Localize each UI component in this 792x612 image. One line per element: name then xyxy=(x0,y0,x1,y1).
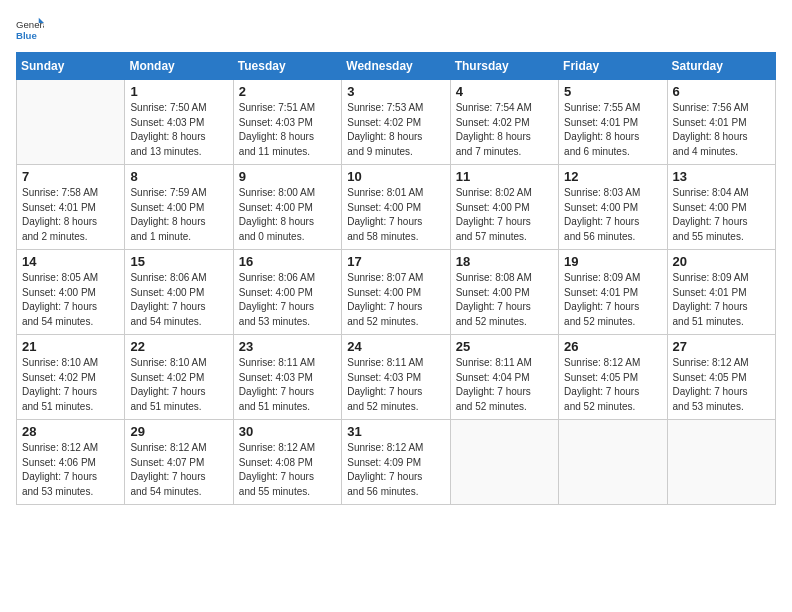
day-number: 27 xyxy=(673,339,770,354)
calendar-cell xyxy=(450,420,558,505)
calendar-cell: 9Sunrise: 8:00 AM Sunset: 4:00 PM Daylig… xyxy=(233,165,341,250)
day-number: 14 xyxy=(22,254,119,269)
day-number: 15 xyxy=(130,254,227,269)
calendar-cell: 22Sunrise: 8:10 AM Sunset: 4:02 PM Dayli… xyxy=(125,335,233,420)
day-number: 19 xyxy=(564,254,661,269)
day-number: 16 xyxy=(239,254,336,269)
calendar-cell: 11Sunrise: 8:02 AM Sunset: 4:00 PM Dayli… xyxy=(450,165,558,250)
day-info: Sunrise: 7:59 AM Sunset: 4:00 PM Dayligh… xyxy=(130,186,227,244)
calendar-week-4: 28Sunrise: 8:12 AM Sunset: 4:06 PM Dayli… xyxy=(17,420,776,505)
calendar-week-2: 14Sunrise: 8:05 AM Sunset: 4:00 PM Dayli… xyxy=(17,250,776,335)
calendar-cell: 19Sunrise: 8:09 AM Sunset: 4:01 PM Dayli… xyxy=(559,250,667,335)
day-number: 12 xyxy=(564,169,661,184)
day-info: Sunrise: 7:56 AM Sunset: 4:01 PM Dayligh… xyxy=(673,101,770,159)
calendar-cell: 17Sunrise: 8:07 AM Sunset: 4:00 PM Dayli… xyxy=(342,250,450,335)
day-info: Sunrise: 8:10 AM Sunset: 4:02 PM Dayligh… xyxy=(22,356,119,414)
day-number: 28 xyxy=(22,424,119,439)
calendar-cell: 29Sunrise: 8:12 AM Sunset: 4:07 PM Dayli… xyxy=(125,420,233,505)
day-info: Sunrise: 8:12 AM Sunset: 4:09 PM Dayligh… xyxy=(347,441,444,499)
day-info: Sunrise: 8:12 AM Sunset: 4:08 PM Dayligh… xyxy=(239,441,336,499)
day-info: Sunrise: 8:00 AM Sunset: 4:00 PM Dayligh… xyxy=(239,186,336,244)
page-header: General Blue xyxy=(16,16,776,44)
logo: General Blue xyxy=(16,16,44,44)
day-number: 4 xyxy=(456,84,553,99)
calendar-cell: 27Sunrise: 8:12 AM Sunset: 4:05 PM Dayli… xyxy=(667,335,775,420)
day-info: Sunrise: 8:04 AM Sunset: 4:00 PM Dayligh… xyxy=(673,186,770,244)
calendar-cell xyxy=(667,420,775,505)
calendar-cell: 14Sunrise: 8:05 AM Sunset: 4:00 PM Dayli… xyxy=(17,250,125,335)
day-number: 29 xyxy=(130,424,227,439)
calendar-cell: 1Sunrise: 7:50 AM Sunset: 4:03 PM Daylig… xyxy=(125,80,233,165)
day-info: Sunrise: 8:11 AM Sunset: 4:03 PM Dayligh… xyxy=(347,356,444,414)
day-info: Sunrise: 8:12 AM Sunset: 4:06 PM Dayligh… xyxy=(22,441,119,499)
day-info: Sunrise: 8:09 AM Sunset: 4:01 PM Dayligh… xyxy=(564,271,661,329)
calendar-cell: 15Sunrise: 8:06 AM Sunset: 4:00 PM Dayli… xyxy=(125,250,233,335)
day-number: 20 xyxy=(673,254,770,269)
calendar-cell xyxy=(17,80,125,165)
day-info: Sunrise: 7:55 AM Sunset: 4:01 PM Dayligh… xyxy=(564,101,661,159)
calendar-cell: 24Sunrise: 8:11 AM Sunset: 4:03 PM Dayli… xyxy=(342,335,450,420)
day-info: Sunrise: 7:58 AM Sunset: 4:01 PM Dayligh… xyxy=(22,186,119,244)
col-header-tuesday: Tuesday xyxy=(233,53,341,80)
day-number: 23 xyxy=(239,339,336,354)
day-info: Sunrise: 8:02 AM Sunset: 4:00 PM Dayligh… xyxy=(456,186,553,244)
day-info: Sunrise: 7:54 AM Sunset: 4:02 PM Dayligh… xyxy=(456,101,553,159)
calendar-header-row: SundayMondayTuesdayWednesdayThursdayFrid… xyxy=(17,53,776,80)
svg-text:Blue: Blue xyxy=(16,30,37,41)
day-info: Sunrise: 8:09 AM Sunset: 4:01 PM Dayligh… xyxy=(673,271,770,329)
calendar-table: SundayMondayTuesdayWednesdayThursdayFrid… xyxy=(16,52,776,505)
calendar-cell: 21Sunrise: 8:10 AM Sunset: 4:02 PM Dayli… xyxy=(17,335,125,420)
day-info: Sunrise: 8:12 AM Sunset: 4:07 PM Dayligh… xyxy=(130,441,227,499)
col-header-sunday: Sunday xyxy=(17,53,125,80)
day-number: 25 xyxy=(456,339,553,354)
day-number: 17 xyxy=(347,254,444,269)
calendar-week-3: 21Sunrise: 8:10 AM Sunset: 4:02 PM Dayli… xyxy=(17,335,776,420)
calendar-cell: 23Sunrise: 8:11 AM Sunset: 4:03 PM Dayli… xyxy=(233,335,341,420)
col-header-saturday: Saturday xyxy=(667,53,775,80)
day-info: Sunrise: 8:12 AM Sunset: 4:05 PM Dayligh… xyxy=(673,356,770,414)
day-info: Sunrise: 8:08 AM Sunset: 4:00 PM Dayligh… xyxy=(456,271,553,329)
calendar-week-1: 7Sunrise: 7:58 AM Sunset: 4:01 PM Daylig… xyxy=(17,165,776,250)
calendar-cell: 26Sunrise: 8:12 AM Sunset: 4:05 PM Dayli… xyxy=(559,335,667,420)
day-number: 3 xyxy=(347,84,444,99)
calendar-cell: 3Sunrise: 7:53 AM Sunset: 4:02 PM Daylig… xyxy=(342,80,450,165)
calendar-cell: 25Sunrise: 8:11 AM Sunset: 4:04 PM Dayli… xyxy=(450,335,558,420)
day-info: Sunrise: 8:01 AM Sunset: 4:00 PM Dayligh… xyxy=(347,186,444,244)
day-info: Sunrise: 8:06 AM Sunset: 4:00 PM Dayligh… xyxy=(130,271,227,329)
day-number: 5 xyxy=(564,84,661,99)
calendar-cell: 12Sunrise: 8:03 AM Sunset: 4:00 PM Dayli… xyxy=(559,165,667,250)
day-number: 21 xyxy=(22,339,119,354)
calendar-cell: 18Sunrise: 8:08 AM Sunset: 4:00 PM Dayli… xyxy=(450,250,558,335)
calendar-cell: 5Sunrise: 7:55 AM Sunset: 4:01 PM Daylig… xyxy=(559,80,667,165)
day-number: 1 xyxy=(130,84,227,99)
day-info: Sunrise: 8:07 AM Sunset: 4:00 PM Dayligh… xyxy=(347,271,444,329)
calendar-cell: 6Sunrise: 7:56 AM Sunset: 4:01 PM Daylig… xyxy=(667,80,775,165)
day-info: Sunrise: 8:06 AM Sunset: 4:00 PM Dayligh… xyxy=(239,271,336,329)
day-info: Sunrise: 8:11 AM Sunset: 4:04 PM Dayligh… xyxy=(456,356,553,414)
col-header-thursday: Thursday xyxy=(450,53,558,80)
day-number: 30 xyxy=(239,424,336,439)
day-number: 18 xyxy=(456,254,553,269)
day-number: 2 xyxy=(239,84,336,99)
calendar-cell: 13Sunrise: 8:04 AM Sunset: 4:00 PM Dayli… xyxy=(667,165,775,250)
calendar-cell: 2Sunrise: 7:51 AM Sunset: 4:03 PM Daylig… xyxy=(233,80,341,165)
calendar-cell: 31Sunrise: 8:12 AM Sunset: 4:09 PM Dayli… xyxy=(342,420,450,505)
calendar-week-0: 1Sunrise: 7:50 AM Sunset: 4:03 PM Daylig… xyxy=(17,80,776,165)
day-number: 31 xyxy=(347,424,444,439)
calendar-cell xyxy=(559,420,667,505)
col-header-friday: Friday xyxy=(559,53,667,80)
calendar-cell: 4Sunrise: 7:54 AM Sunset: 4:02 PM Daylig… xyxy=(450,80,558,165)
day-info: Sunrise: 8:11 AM Sunset: 4:03 PM Dayligh… xyxy=(239,356,336,414)
calendar-cell: 20Sunrise: 8:09 AM Sunset: 4:01 PM Dayli… xyxy=(667,250,775,335)
calendar-cell: 10Sunrise: 8:01 AM Sunset: 4:00 PM Dayli… xyxy=(342,165,450,250)
day-info: Sunrise: 7:51 AM Sunset: 4:03 PM Dayligh… xyxy=(239,101,336,159)
day-number: 9 xyxy=(239,169,336,184)
col-header-monday: Monday xyxy=(125,53,233,80)
day-number: 7 xyxy=(22,169,119,184)
calendar-cell: 7Sunrise: 7:58 AM Sunset: 4:01 PM Daylig… xyxy=(17,165,125,250)
calendar-cell: 16Sunrise: 8:06 AM Sunset: 4:00 PM Dayli… xyxy=(233,250,341,335)
col-header-wednesday: Wednesday xyxy=(342,53,450,80)
day-number: 6 xyxy=(673,84,770,99)
day-number: 11 xyxy=(456,169,553,184)
day-number: 13 xyxy=(673,169,770,184)
